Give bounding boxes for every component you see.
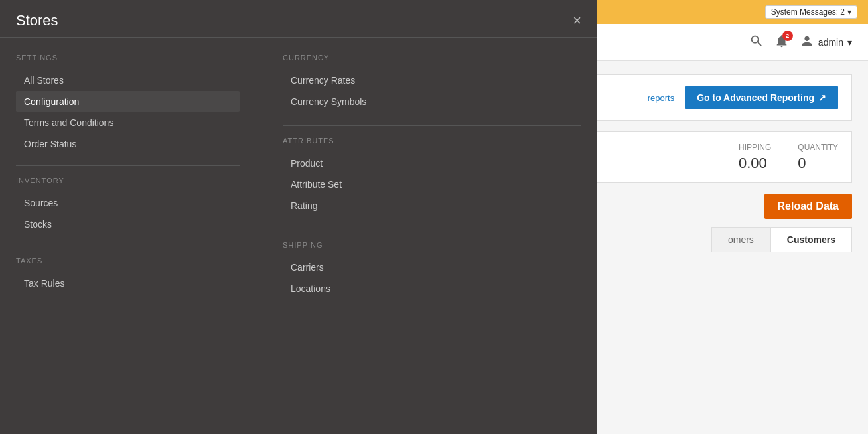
admin-chevron: ▾	[847, 37, 852, 48]
tab-customers1[interactable]: omers	[711, 227, 770, 252]
reports-link[interactable]: reports	[648, 93, 674, 103]
admin-user-menu[interactable]: admin ▾	[800, 34, 852, 50]
attributes-section-title: Attributes	[283, 137, 581, 145]
modal-right-column: Currency Currency Rates Currency Symbols…	[261, 48, 581, 423]
system-messages-label: System Messages: 2	[771, 7, 845, 17]
system-messages-chevron: ▾	[847, 7, 851, 17]
menu-item-terms-conditions[interactable]: Terms and Conditions	[16, 112, 240, 133]
modal-right-sep-2	[283, 230, 581, 230]
menu-item-stocks[interactable]: Stocks	[16, 214, 240, 235]
inventory-section-title: Inventory	[16, 177, 240, 184]
menu-item-order-status[interactable]: Order Status	[16, 133, 240, 155]
quantity-stat: Quantity 0	[798, 143, 838, 172]
currency-section: Currency Currency Rates Currency Symbols	[283, 54, 581, 112]
modal-header: Stores ×	[0, 0, 597, 38]
modal-left-column: Settings All Stores Configuration Terms …	[16, 48, 261, 423]
search-icon-btn[interactable]	[749, 34, 764, 51]
top-bar-right: System Messages: 2 ▾	[765, 5, 857, 19]
notifications-icon-btn[interactable]: 2	[774, 34, 789, 51]
shipping-stat: hipping 0.00	[739, 143, 771, 172]
modal-right-sep-1	[283, 125, 581, 126]
attributes-section: Attributes Product Attribute Set Rating	[283, 137, 581, 216]
taxes-section-title: Taxes	[16, 257, 240, 265]
modal-close-button[interactable]: ×	[573, 13, 581, 28]
admin-username: admin	[818, 37, 843, 48]
notification-count: 2	[782, 31, 793, 41]
shipping-label: hipping	[739, 143, 771, 152]
modal-title: Stores	[16, 12, 58, 29]
menu-item-carriers[interactable]: Carriers	[283, 257, 581, 278]
settings-section-title: Settings	[16, 54, 240, 62]
quantity-label: Quantity	[798, 143, 838, 152]
shipping-value: 0.00	[739, 155, 771, 172]
system-messages-badge[interactable]: System Messages: 2 ▾	[765, 5, 857, 19]
menu-item-tax-rules[interactable]: Tax Rules	[16, 273, 240, 294]
modal-body: Settings All Stores Configuration Terms …	[0, 38, 597, 434]
menu-item-currency-rates[interactable]: Currency Rates	[283, 70, 581, 91]
menu-item-sources[interactable]: Sources	[16, 192, 240, 214]
menu-item-all-stores[interactable]: All Stores	[16, 70, 240, 91]
menu-item-configuration[interactable]: Configuration	[16, 91, 240, 112]
tab-customers2[interactable]: Customers	[770, 227, 852, 252]
menu-item-currency-symbols[interactable]: Currency Symbols	[283, 91, 581, 112]
menu-item-locations[interactable]: Locations	[283, 278, 581, 299]
menu-item-product[interactable]: Product	[283, 153, 581, 174]
shipping-section-title: Shipping	[283, 241, 581, 249]
modal-sep-2	[16, 246, 240, 246]
admin-avatar-icon	[800, 34, 814, 50]
menu-item-attribute-set[interactable]: Attribute Set	[283, 174, 581, 195]
adv-reporting-button[interactable]: Go to Advanced Reporting ↗	[685, 86, 838, 109]
reload-data-button[interactable]: Reload Data	[764, 194, 852, 219]
quantity-value: 0	[798, 155, 838, 172]
shipping-section: Shipping Carriers Locations	[283, 241, 581, 299]
stores-modal: Stores × Settings All Stores Configurati…	[0, 0, 597, 434]
menu-item-rating[interactable]: Rating	[283, 195, 581, 216]
currency-section-title: Currency	[283, 54, 581, 62]
modal-sep-1	[16, 165, 240, 166]
external-link-icon: ↗	[818, 92, 826, 103]
